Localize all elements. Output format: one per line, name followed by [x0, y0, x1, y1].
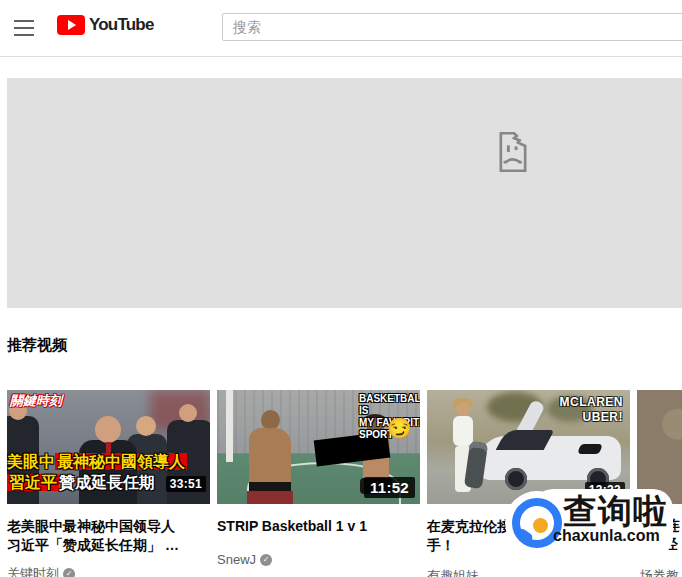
video-title[interactable]: 老美眼中最神秘中国领导人 习近平「赞成延长任期」 … [7, 517, 210, 555]
channel-name-text: SnewJ [217, 552, 256, 567]
video-thumbnail[interactable]: BASKETBALL IS MY FAVORITE SPORT 😏 11:52 [217, 390, 420, 504]
youtube-play-icon [57, 15, 85, 35]
broken-image-icon [496, 131, 530, 177]
video-thumbnail[interactable]: 關鍵時刻 美眼中最神秘中國領導人 習近平贊成延長任期 33:51 [7, 390, 210, 504]
duration-badge: 33:51 [166, 476, 206, 492]
video-title-line: STRIP Basketball 1 v 1 [217, 517, 420, 536]
thumbnail-art [453, 416, 473, 446]
video-player-placeholder[interactable] [7, 78, 682, 308]
section-heading: 推荐视频 [7, 336, 67, 355]
channel-name[interactable]: 有趣姐妹 [427, 567, 479, 577]
search-input[interactable] [222, 13, 682, 41]
video-card: 關鍵時刻 美眼中最神秘中國領導人 習近平贊成延長任期 33:51 老美眼中最神秘… [7, 390, 210, 504]
youtube-logo[interactable]: YouTube [57, 15, 154, 35]
watermark-domain: chaxunla.com [553, 527, 660, 545]
caption-line: MCLAREN [560, 395, 624, 410]
caption-text-highlight: 習近平 [7, 474, 59, 491]
smirk-emoji: 😏 [387, 416, 412, 440]
magnifier-dot [533, 518, 548, 533]
caption-line: BASKETBALL IS [359, 393, 420, 417]
thumbnail-art [249, 482, 291, 491]
channel-name[interactable]: SnewJ ✓ [217, 552, 272, 567]
caption-line: 美眼中最神秘中國領導人 [7, 451, 210, 472]
thumbnail-caption: MCLAREN UBER! [560, 395, 624, 425]
thumbnail-art [95, 416, 121, 443]
menu-bar [14, 20, 34, 22]
show-logo: 關鍵時刻 [10, 392, 62, 410]
verified-icon: ✓ [260, 554, 272, 566]
channel-name[interactable]: 场券教 [640, 567, 679, 577]
caption-text-highlight: 最神秘中國領導人 [55, 453, 187, 470]
menu-bar [14, 34, 34, 36]
video-title-line: 习近平「赞成延长任期」 … [7, 536, 210, 555]
top-app-bar: YouTube [0, 0, 682, 57]
chaxunla-watermark: 查询啦 chaxunla.com [505, 487, 682, 563]
thumbnail-art [261, 410, 280, 430]
thumbnail-art [249, 428, 291, 486]
caption-text: 美眼中 [7, 453, 55, 470]
menu-icon[interactable] [14, 20, 34, 36]
channel-name[interactable]: 关键时刻 ✓ [7, 565, 75, 577]
thumbnail-art [247, 491, 293, 504]
thumbnail-art [226, 390, 233, 462]
caption-line: UBER! [560, 410, 624, 425]
video-title[interactable]: STRIP Basketball 1 v 1 [217, 517, 420, 536]
menu-bar [14, 27, 34, 29]
video-card: BASKETBALL IS MY FAVORITE SPORT 😏 11:52 … [217, 390, 420, 504]
youtube-wordmark: YouTube [89, 15, 154, 35]
thumbnail-art [179, 404, 197, 422]
verified-icon: ✓ [63, 568, 75, 577]
caption-text: 贊成延長任期 [59, 474, 155, 491]
video-title-line: 老美眼中最神秘中国领导人 [7, 517, 210, 536]
duration-badge: 11:52 [364, 477, 415, 498]
thumbnail-art [456, 402, 470, 417]
thumbnail-art [136, 416, 156, 436]
channel-name-text: 关键时刻 [7, 565, 59, 577]
channel-name-text: 有趣姐妹 [427, 567, 479, 577]
